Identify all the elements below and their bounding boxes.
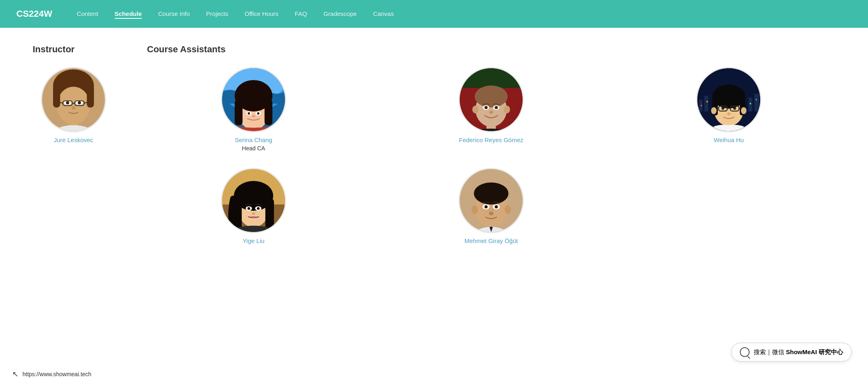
cursor-icon: ↖ [12,370,18,379]
instructor-name[interactable]: Jure Leskovec [54,136,93,143]
svg-point-35 [504,105,510,113]
url-text: https://www.showmeai.tech [22,371,91,377]
avatar-federico [458,67,524,132]
svg-point-58 [711,107,717,114]
svg-point-39 [495,106,498,109]
sections-wrapper: Instructor [33,44,835,244]
svg-point-33 [475,85,508,107]
instructor-card: Jure Leskovec [33,67,114,143]
ca-weihua-name[interactable]: Weihua Hu [714,136,744,143]
svg-point-65 [721,107,724,110]
assistants-title: Course Assistants [147,44,835,55]
svg-point-34 [472,105,479,113]
svg-point-66 [733,107,736,110]
svg-point-26 [248,112,250,115]
svg-rect-74 [265,199,274,230]
svg-point-49 [706,101,708,103]
svg-rect-22 [235,100,243,125]
avatar-yige [221,168,286,233]
svg-point-7 [66,101,69,105]
svg-point-85 [505,205,511,214]
svg-point-8 [78,101,81,105]
nav-canvas[interactable]: Canvas [373,10,394,17]
svg-point-77 [247,207,250,210]
instructor-title: Instructor [33,44,114,55]
svg-point-40 [489,111,493,114]
svg-point-59 [741,107,746,114]
instructor-section: Instructor [33,44,114,143]
svg-rect-45 [704,96,708,112]
avatar-serina [221,67,286,132]
watermark-text: 搜索｜微信 ShowMeAI 研究中心 [754,348,843,356]
svg-point-78 [257,207,260,210]
nav-content[interactable]: Content [77,10,98,17]
assistant-card-serina: Serina Chang Head CA [147,67,360,152]
svg-rect-46 [748,98,752,112]
svg-point-84 [472,205,478,214]
assistant-card-weihua: Weihua Hu [622,67,835,152]
svg-point-38 [485,106,488,109]
nav-office-hours[interactable]: Office Hours [245,10,278,17]
svg-point-89 [495,205,498,209]
svg-point-88 [485,205,488,209]
assistants-grid: Serina Chang Head CA [147,67,835,244]
svg-rect-23 [265,100,272,125]
svg-rect-4 [87,86,94,107]
svg-rect-47 [754,94,759,112]
url-bar: ↖ https://www.showmeai.tech [12,370,91,379]
svg-point-51 [755,99,757,100]
nav-gradescope[interactable]: Gradescope [323,10,357,17]
watermark-badge: 搜索｜微信 ShowMeAI 研究中心 [731,343,852,361]
main-content: Instructor [0,28,868,386]
assistants-section: Course Assistants [147,44,835,244]
avatar-weihua [696,67,761,132]
svg-point-90 [489,212,494,215]
assistant-card-mehmet: Mehmet Giray Öğüt [385,168,598,244]
navbar: CS224W Content Schedule Course Info Proj… [0,0,868,28]
avatar-mehmet [458,168,524,233]
brand-logo[interactable]: CS224W [16,9,52,19]
svg-point-83 [474,183,509,205]
svg-point-67 [727,112,730,115]
ca-serina-role: Head CA [242,145,265,152]
search-icon [740,347,750,357]
svg-point-79 [252,212,255,215]
nav-faq[interactable]: FAQ [295,10,307,17]
instructor-avatar [41,67,106,132]
svg-point-2 [57,87,90,124]
svg-point-28 [252,115,255,118]
svg-rect-3 [53,86,60,107]
assistant-card-federico: Federico Reyes Gómez [385,67,598,152]
svg-point-48 [701,105,702,107]
ca-federico-name[interactable]: Federico Reyes Gómez [459,136,523,143]
ca-mehmet-name[interactable]: Mehmet Giray Öğüt [465,237,518,244]
nav-schedule[interactable]: Schedule [115,10,142,19]
svg-point-14 [71,106,76,109]
ca-serina-name[interactable]: Serina Chang [235,136,272,143]
assistant-card-yige: Yige Liu [147,168,360,244]
nav-course-info[interactable]: Course Info [158,10,190,17]
nav-links: Content Schedule Course Info Projects Of… [77,10,394,18]
svg-point-50 [750,103,751,105]
ca-yige-name[interactable]: Yige Liu [243,237,265,244]
svg-point-27 [257,112,260,115]
nav-projects[interactable]: Projects [206,10,228,17]
